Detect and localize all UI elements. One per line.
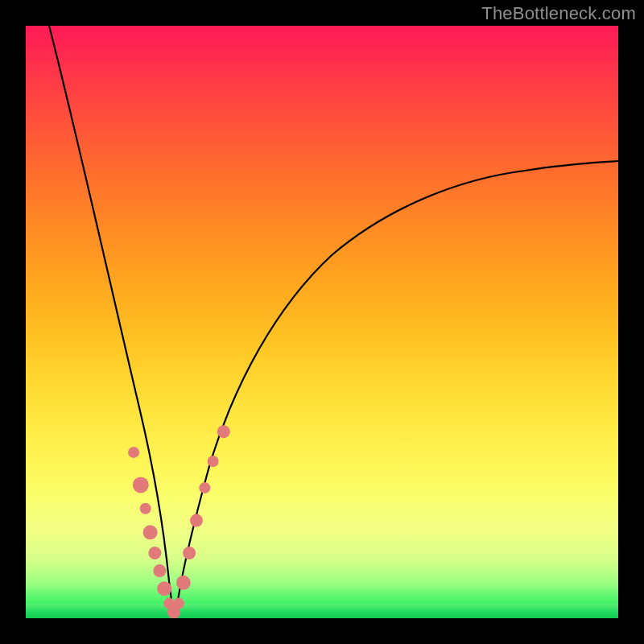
highlight-dot (199, 482, 210, 493)
highlight-dot (143, 525, 158, 539)
curve-layer (26, 26, 618, 618)
highlight-dot (157, 581, 171, 596)
highlight-dot (128, 447, 139, 458)
highlight-dot (183, 547, 196, 559)
right-branch-line (175, 161, 618, 617)
watermark-text: TheBottleneck.com (481, 3, 636, 24)
highlight-dot (217, 425, 230, 438)
highlight-dot (208, 456, 219, 467)
highlight-dot (173, 598, 184, 609)
plot-area (26, 26, 618, 618)
highlight-dot (176, 576, 191, 590)
highlight-dot (133, 477, 149, 493)
highlight-dot (148, 547, 161, 559)
highlight-dot (140, 503, 151, 514)
highlight-dot (190, 514, 203, 527)
highlight-dot (153, 564, 166, 577)
chart-frame: TheBottleneck.com (0, 0, 644, 644)
